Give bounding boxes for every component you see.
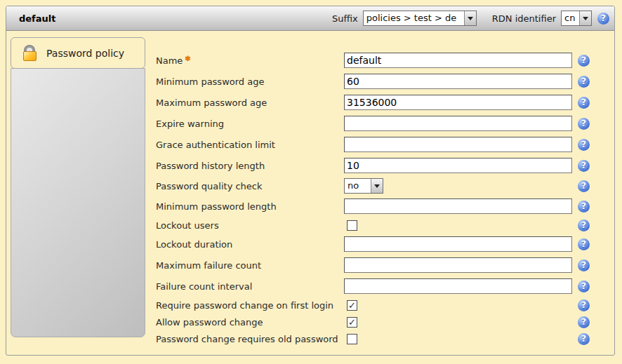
form-row-password-history-length: Password history length?	[156, 155, 605, 176]
password-quality-check-select[interactable]: no	[344, 178, 383, 194]
form-row-expire-warning: Expire warning?	[156, 113, 605, 134]
field-label: Maximum failure count	[156, 260, 344, 271]
field-label: Name✱	[156, 55, 344, 66]
field-control: ✓	[344, 317, 572, 328]
page-title: default	[6, 13, 55, 24]
field-control	[344, 137, 572, 152]
form-row-lockout-users: Lockout users?	[156, 217, 605, 234]
help-icon[interactable]: ?	[597, 13, 609, 25]
form-row-require-password-change-on-first-login: Require password change on first login✓?	[156, 297, 605, 314]
field-label: Lockout users	[156, 220, 344, 231]
sidebar-tab-label: Password policy	[46, 48, 124, 59]
help-icon[interactable]: ?	[578, 333, 590, 345]
lockout-duration-input[interactable]	[344, 236, 572, 252]
help-icon[interactable]: ?	[578, 238, 590, 250]
suffix-select[interactable]: policies > test > de	[363, 11, 477, 26]
form-row-minimum-password-length: Minimum password length?	[156, 196, 605, 217]
field-label: Password change requires old password	[156, 334, 344, 344]
help-icon[interactable]: ?	[578, 180, 590, 192]
form-row-maximum-failure-count: Maximum failure count?	[156, 255, 605, 276]
help-icon[interactable]: ?	[578, 76, 590, 88]
maximum-password-age-input[interactable]	[344, 95, 572, 110]
field-control	[344, 220, 572, 231]
help-icon[interactable]: ?	[578, 118, 590, 130]
form-row-maximum-password-age: Maximum password age?	[156, 92, 605, 113]
field-control	[344, 334, 572, 344]
field-control: ✓	[344, 300, 572, 311]
lock-icon	[23, 46, 37, 61]
help-icon[interactable]: ?	[578, 259, 590, 271]
help-icon[interactable]: ?	[578, 316, 590, 328]
help-icon[interactable]: ?	[578, 201, 590, 213]
field-control	[344, 95, 572, 110]
field-label: Failure count interval	[156, 281, 344, 292]
help-icon[interactable]: ?	[578, 220, 590, 231]
minimum-password-age-input[interactable]	[344, 74, 572, 89]
sidebar-tab-password-policy[interactable]: Password policy	[11, 37, 145, 69]
rdn-identifier-label: RDN identifier	[492, 13, 556, 24]
form-row-password-change-requires-old-password: Password change requires old password?	[156, 330, 605, 347]
required-icon: ✱	[185, 55, 190, 62]
field-control	[344, 53, 572, 68]
title-bar-controls: Suffix policies > test > de RDN identifi…	[332, 11, 614, 26]
sidebar-panel	[11, 68, 145, 337]
expire-warning-input[interactable]	[344, 116, 572, 131]
field-control	[344, 198, 572, 214]
field-control	[344, 158, 572, 173]
field-label: Expire warning	[156, 119, 344, 129]
chevron-down-icon[interactable]	[371, 179, 383, 193]
form-row-name: Name✱?	[156, 50, 605, 71]
require-password-change-on-first-login-checkbox[interactable]: ✓	[347, 300, 357, 311]
field-control	[344, 278, 572, 294]
field-label: Lockout duration	[156, 239, 344, 250]
field-label: Password quality check	[156, 181, 344, 191]
title-bar: default Suffix policies > test > de RDN …	[6, 6, 614, 31]
help-icon[interactable]: ?	[578, 281, 590, 292]
chevron-down-icon[interactable]	[579, 11, 591, 25]
chevron-down-icon[interactable]	[464, 11, 476, 25]
name-input[interactable]	[344, 53, 572, 68]
lockout-users-checkbox[interactable]	[347, 220, 357, 231]
rdn-identifier-select[interactable]: cn	[561, 11, 592, 26]
form-row-minimum-password-age: Minimum password age?	[156, 71, 605, 92]
field-label: Password history length	[156, 161, 344, 171]
help-icon[interactable]: ?	[578, 160, 590, 172]
field-label: Minimum password length	[156, 201, 344, 212]
form-rows: Name✱?Minimum password age?Maximum passw…	[156, 50, 605, 347]
field-control	[344, 257, 572, 273]
password-change-requires-old-password-checkbox[interactable]	[347, 334, 357, 344]
field-label: Allow password change	[156, 317, 344, 328]
suffix-label: Suffix	[332, 13, 358, 24]
field-control: no	[344, 178, 572, 194]
help-icon[interactable]: ?	[578, 55, 590, 67]
grace-authentication-limit-input[interactable]	[344, 137, 572, 152]
help-icon[interactable]: ?	[578, 139, 590, 151]
rdn-select-value: cn	[562, 11, 579, 25]
field-control	[344, 74, 572, 89]
minimum-password-length-input[interactable]	[344, 198, 572, 214]
suffix-select-value: policies > test > de	[364, 11, 464, 25]
maximum-failure-count-input[interactable]	[344, 257, 572, 273]
field-control	[344, 116, 572, 131]
password-history-length-input[interactable]	[344, 158, 572, 173]
form-row-failure-count-interval: Failure count interval?	[156, 276, 605, 297]
sidebar: Password policy	[11, 37, 145, 337]
failure-count-interval-input[interactable]	[344, 278, 572, 294]
allow-password-change-checkbox[interactable]: ✓	[347, 317, 357, 328]
form-row-allow-password-change: Allow password change✓?	[156, 314, 605, 330]
field-label: Minimum password age	[156, 76, 344, 87]
field-label: Maximum password age	[156, 97, 344, 108]
field-label: Require password change on first login	[156, 300, 344, 311]
form-row-password-quality-check: Password quality checkno?	[156, 176, 605, 196]
help-icon[interactable]: ?	[578, 97, 590, 109]
select-value: no	[345, 179, 371, 193]
form-row-lockout-duration: Lockout duration?	[156, 234, 605, 255]
password-policy-window: default Suffix policies > test > de RDN …	[6, 6, 615, 356]
field-control	[344, 236, 572, 252]
help-icon[interactable]: ?	[578, 299, 590, 311]
field-label: Grace authentication limit	[156, 140, 344, 150]
form-row-grace-authentication-limit: Grace authentication limit?	[156, 134, 605, 155]
